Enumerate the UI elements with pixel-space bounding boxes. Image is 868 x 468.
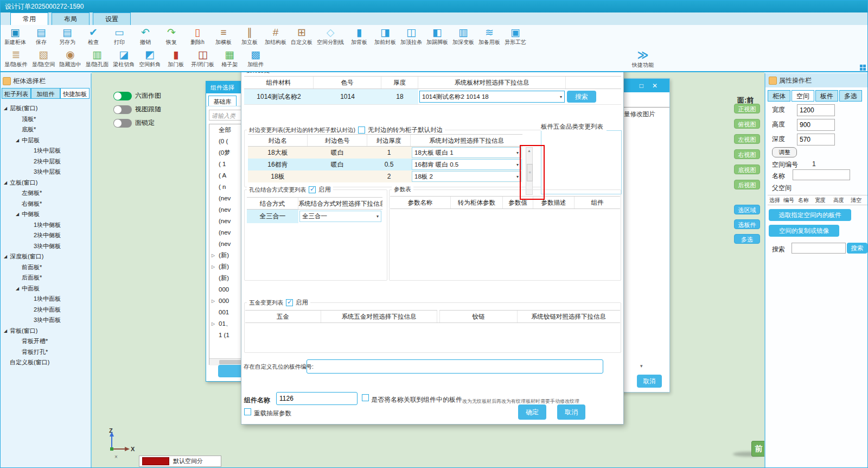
expander-icon[interactable] (16, 124, 22, 135)
dimension-input[interactable] (797, 104, 835, 116)
tree-item[interactable]: 3块中层板 (1, 167, 91, 178)
tree-item[interactable]: 2块中层板 (1, 156, 91, 167)
hole-table-row[interactable]: 全三合一 全三合一 ▾ (247, 210, 382, 223)
tree-item[interactable]: 顶板* (1, 114, 91, 125)
view-button[interactable]: 正视图 (734, 104, 760, 113)
search-button[interactable]: 搜索 (567, 91, 596, 103)
tree-item[interactable]: 后面板* (1, 273, 91, 283)
collapsed-arrow-icon[interactable]: ▷ (212, 250, 215, 261)
view-button[interactable]: 左视图 (734, 134, 760, 144)
view-button[interactable]: 右视图 (734, 149, 760, 159)
tree-item[interactable]: ◢ 中层板 (1, 135, 91, 146)
toolbar-button[interactable]: ◨ 加前封板 (373, 27, 398, 46)
expander-icon[interactable] (28, 230, 34, 241)
expander-icon[interactable]: ◢ (4, 326, 10, 337)
property-tab[interactable]: 空间 (792, 90, 814, 102)
component-name-input[interactable] (276, 392, 358, 405)
view-button[interactable]: 底视图 (734, 165, 760, 174)
toolbar-button[interactable]: ◫ 开/闭门板 (189, 49, 216, 68)
grid-icon[interactable] (860, 65, 866, 71)
toolbar-button[interactable]: ▥ 显/隐孔面 (84, 49, 111, 68)
toolbar-button[interactable]: ≣ 显/隐板件 (3, 49, 29, 68)
no-edge-checkbox[interactable] (358, 127, 365, 134)
toolbar-button[interactable]: ◫ 加顶拉条 (399, 27, 424, 46)
ribbon-tab[interactable]: 布局 (52, 12, 90, 25)
base-library-tab[interactable]: 基础库 (208, 96, 237, 106)
front-face-badge[interactable]: 前 (751, 441, 766, 457)
expander-icon[interactable]: ◢ (4, 103, 10, 114)
copy-mirror-space-button[interactable]: 空间的复制或镜像 (769, 225, 839, 237)
toggle-switch[interactable]: 面锁定 (113, 116, 161, 130)
tree-item[interactable]: ◢ 层板(窗口) (1, 103, 91, 114)
tree-item[interactable]: 2块中侧板 (1, 230, 91, 241)
property-tab[interactable]: 多选 (839, 90, 862, 102)
ribbon-tab[interactable]: 常用 (10, 12, 48, 25)
expander-icon[interactable] (28, 167, 34, 178)
expander-icon[interactable] (28, 146, 34, 156)
quick-functions-button[interactable]: ≫ 快捷功能 (632, 49, 654, 69)
dimension-input[interactable] (797, 119, 835, 131)
toolbar-button[interactable]: ▣ 新建柜体 (3, 27, 28, 46)
link-name-checkbox[interactable] (362, 394, 369, 401)
name-input[interactable] (793, 169, 850, 180)
toolbar-button[interactable]: ▮ 加背板 (347, 27, 372, 46)
property-tab[interactable]: 柜体 (768, 90, 790, 102)
edge-combo[interactable]: 18板 2 ▾ (412, 171, 521, 182)
tree-item[interactable]: 1块中面板 (1, 294, 91, 305)
dimension-input[interactable] (797, 134, 835, 146)
expander-icon[interactable] (28, 315, 34, 326)
property-tab[interactable]: 板件 (815, 90, 838, 102)
tree-item[interactable]: ◢ 背板(窗口) (1, 326, 91, 337)
toolbar-button[interactable]: ▤ 保存 (29, 27, 54, 46)
expander-icon[interactable] (16, 114, 22, 125)
toolbar-button[interactable]: ▯ 删除h (185, 27, 210, 46)
tree-item[interactable]: 右侧板* (1, 199, 91, 210)
expander-icon[interactable]: ◢ (16, 135, 22, 146)
expander-icon[interactable] (4, 357, 10, 368)
toolbar-button[interactable]: ▣ 异形工艺 (503, 27, 528, 46)
adjust-button[interactable]: 调整 (772, 147, 797, 157)
tree-item[interactable]: 背板开槽* (1, 336, 91, 347)
toolbar-button[interactable]: ◉ 隐藏选中 (58, 49, 83, 68)
toolbar-button[interactable]: ◪ 梁柱切角 (111, 49, 136, 68)
toolbar-button[interactable]: ✔ 检查 (81, 27, 106, 46)
cancel-button[interactable]: 取消 (637, 375, 662, 388)
edge-table-row[interactable]: 18板 2 18板 2 ▾ (248, 170, 522, 182)
edge-table-row[interactable]: 16都肯 暖白 0.5 16都肯 暖白 0.5 ▾ (248, 159, 522, 170)
toolbar-button[interactable]: ≡ 加横板 (211, 27, 236, 46)
toolbar-button[interactable]: ↷ 恢复 (159, 27, 184, 46)
cancel-button[interactable]: 取消 (557, 404, 585, 420)
expander-icon[interactable]: ◢ (4, 251, 10, 262)
board-combo[interactable]: 1014测试名称2 1014 18 ▾ (419, 91, 565, 103)
view-button[interactable]: 俯视图 (734, 119, 760, 129)
expander-icon[interactable]: ◢ (16, 283, 22, 294)
toolbar-button[interactable]: ≋ 加备用板 (477, 27, 502, 46)
hole-combo[interactable]: 全三合一 ▾ (299, 211, 381, 222)
toolbar-button[interactable]: ∥ 加立板 (237, 27, 262, 46)
tree-item[interactable]: ◢ 立板(窗口) (1, 178, 91, 188)
tree-item[interactable]: 2块中面板 (1, 305, 91, 315)
expander-icon[interactable] (16, 347, 22, 358)
expander-icon[interactable] (28, 241, 34, 252)
tree-item[interactable]: 左侧板* (1, 188, 91, 199)
expander-icon[interactable]: ◢ (16, 209, 22, 220)
edge-table-row[interactable]: 18大板 暖白 1 18大板 暖白 1 ▾ (248, 147, 522, 159)
tree-item[interactable]: 底板* (1, 124, 91, 135)
select-boards-in-space-button[interactable]: 选取指定空间内的板件 (769, 209, 851, 221)
tree-item[interactable]: 3块中面板 (1, 315, 91, 326)
edge-combo[interactable]: 18大板 暖白 1 ▾ (412, 147, 521, 158)
collapsed-arrow-icon[interactable]: ▷ (212, 295, 215, 307)
dropdown-arrow-icon[interactable]: ▾ (640, 363, 643, 369)
expander-icon[interactable] (28, 156, 34, 167)
toolbar-button[interactable]: ▮ 加门板 (163, 49, 188, 68)
tree-item[interactable]: ◢ 中侧板 (1, 209, 91, 220)
toolbar-button[interactable]: ◧ 加踢脚板 (425, 27, 450, 46)
toolbar-button[interactable]: ◇ 空间分割线 (315, 27, 346, 46)
toolbar-button[interactable]: ▧ 显/隐空间 (30, 49, 57, 68)
tree-item[interactable]: 1块中层板 (1, 146, 91, 156)
expander-icon[interactable] (28, 305, 34, 315)
maximize-button[interactable]: □ (640, 82, 643, 90)
tree-item[interactable]: 1块中侧板 (1, 220, 91, 231)
toolbar-button[interactable]: ▤ 另存为 (55, 27, 80, 46)
expander-icon[interactable]: ◢ (4, 178, 10, 188)
